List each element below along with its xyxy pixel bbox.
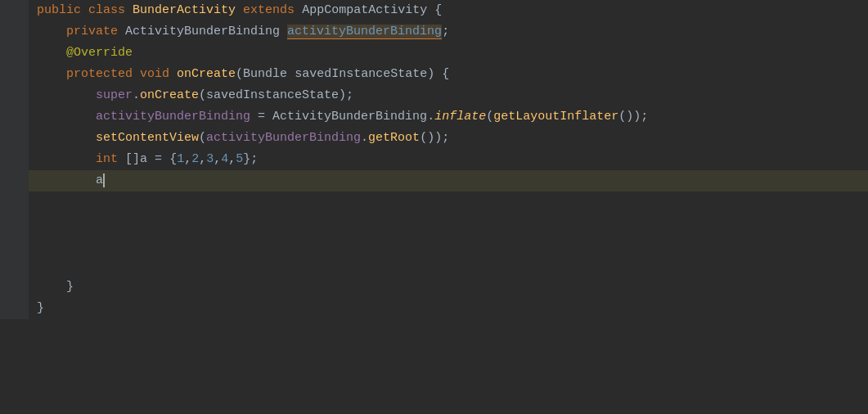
line-content — [29, 255, 868, 277]
code-line: @Override — [0, 43, 868, 64]
line-content: setContentView(activityBunderBinding.get… — [29, 128, 868, 149]
code-line: int []a = {1,2,3,4,5}; — [0, 149, 868, 170]
code-line: setContentView(activityBunderBinding.get… — [0, 128, 868, 149]
line-content: public class BunderActivity extends AppC… — [29, 0, 868, 21]
line-content: a — [29, 170, 868, 191]
text-cursor — [103, 173, 105, 187]
code-line-current: a — [0, 170, 868, 191]
code-line — [0, 255, 868, 277]
line-content — [29, 234, 868, 255]
line-content: } — [29, 277, 868, 298]
code-line: super.onCreate(savedInstanceState); — [0, 85, 868, 106]
line-number — [0, 106, 29, 128]
line-number — [0, 170, 29, 191]
code-line: } — [0, 277, 868, 298]
line-content — [29, 191, 868, 213]
line-content: @Override — [29, 43, 868, 64]
line-number — [0, 85, 29, 106]
line-content: private ActivityBunderBinding activityBu… — [29, 21, 868, 43]
line-number — [0, 149, 29, 170]
line-number — [0, 21, 29, 43]
line-number — [0, 0, 29, 21]
line-number — [0, 43, 29, 64]
code-line: } — [0, 298, 868, 319]
code-line — [0, 213, 868, 234]
line-number — [0, 64, 29, 85]
line-content: int []a = {1,2,3,4,5}; — [29, 149, 868, 170]
line-content: protected void onCreate(Bundle savedInst… — [29, 64, 868, 85]
code-line: private ActivityBunderBinding activityBu… — [0, 21, 868, 43]
line-number — [0, 298, 29, 319]
code-editor[interactable]: public class BunderActivity extends AppC… — [0, 0, 868, 414]
line-content — [29, 213, 868, 234]
code-line — [0, 191, 868, 213]
line-content: super.onCreate(savedInstanceState); — [29, 85, 868, 106]
line-number — [0, 255, 29, 277]
line-number — [0, 234, 29, 255]
line-content: } — [29, 298, 868, 319]
code-area: public class BunderActivity extends AppC… — [0, 0, 868, 319]
line-number — [0, 128, 29, 149]
code-line: activityBunderBinding = ActivityBunderBi… — [0, 106, 868, 128]
code-line — [0, 234, 868, 255]
line-number — [0, 191, 29, 213]
code-line: public class BunderActivity extends AppC… — [0, 0, 868, 21]
line-number — [0, 213, 29, 234]
line-content: activityBunderBinding = ActivityBunderBi… — [29, 106, 868, 128]
line-number — [0, 277, 29, 298]
code-line: protected void onCreate(Bundle savedInst… — [0, 64, 868, 85]
